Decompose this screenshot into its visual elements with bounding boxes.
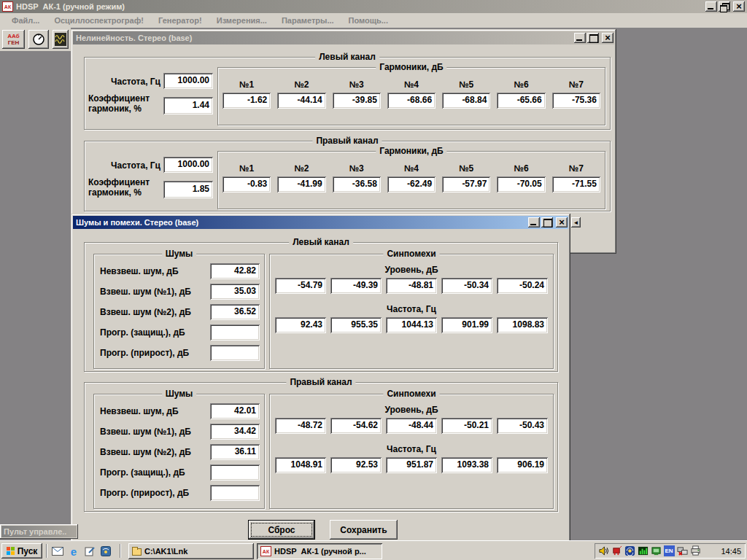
menu-item[interactable]: Измерения...	[209, 16, 274, 25]
menu-item[interactable]: Генератор!	[151, 16, 209, 25]
quicklaunch-mail-button[interactable]	[51, 545, 64, 558]
menu-item[interactable]: Файл...	[4, 16, 47, 25]
sync-interference-group: Синпомехи Уровень, дБ -54.79-49.39-48.81…	[269, 254, 554, 369]
menu-item[interactable]: Параметры...	[274, 16, 341, 25]
noise-value-field[interactable]	[210, 464, 260, 481]
sync-level-field[interactable]: -48.81	[386, 278, 437, 294]
noise-window-titlebar[interactable]: Шумы и помехи. Стерео (base) ×	[73, 216, 568, 229]
network-traffic-icon[interactable]	[637, 545, 649, 557]
taskbar-item-hdsp[interactable]: АК HDSP АК-1 (ручной р...	[257, 543, 382, 559]
harmonic-field[interactable]: -68.84	[442, 93, 490, 109]
sync-frequency-field[interactable]: 906.19	[497, 457, 548, 473]
sync-frequency-field[interactable]: 1044.13	[386, 317, 437, 333]
quicklaunch-ie-button[interactable]: e	[67, 545, 80, 558]
meter-toolbar-button[interactable]	[28, 30, 49, 49]
generator-toolbar-button[interactable]: ААб ГЕН	[2, 30, 25, 49]
oscilloscope-toolbar-button[interactable]	[53, 30, 69, 49]
harmonic-column: №1 -1.62	[222, 79, 271, 109]
sync-level-field[interactable]: -54.62	[330, 418, 382, 434]
noise-value-field[interactable]: 42.82	[210, 263, 260, 279]
noise-value-field[interactable]: 35.03	[210, 284, 260, 300]
noise-value-field[interactable]: 34.42	[210, 424, 260, 440]
harmonic-field[interactable]: -57.97	[442, 176, 490, 192]
sync-frequency-field[interactable]: 951.87	[386, 457, 437, 473]
sync-level-field[interactable]: -50.21	[441, 418, 492, 434]
beacon-icon[interactable]	[624, 545, 635, 557]
close-button[interactable]: ×	[602, 33, 614, 43]
control-panel-window-title: Пульт управле..	[1, 526, 77, 537]
harmonic-field[interactable]: -75.36	[552, 93, 600, 109]
harmonic-field[interactable]: -44.14	[277, 93, 325, 109]
menu-item[interactable]: Осциллоспектрограф!	[47, 16, 151, 25]
restore-button[interactable]	[719, 1, 730, 12]
sync-level-field[interactable]: -48.72	[275, 418, 326, 434]
volume-icon[interactable]	[597, 545, 609, 557]
harmonic-field[interactable]: -70.05	[497, 176, 545, 192]
start-button[interactable]: Пуск	[1, 543, 42, 559]
clock[interactable]: 14:45	[721, 547, 741, 556]
sync-frequency-field[interactable]: 901.99	[441, 317, 492, 333]
frequency-field[interactable]: 1000.00	[163, 157, 213, 173]
harmonic-field[interactable]: -1.62	[222, 93, 271, 109]
monitor-status-icon[interactable]	[650, 545, 662, 557]
scroll-left-arrow[interactable]: ◄	[571, 217, 581, 228]
noise-value-field[interactable]	[210, 485, 260, 501]
sync-level-field[interactable]: -49.39	[330, 278, 382, 294]
close-button[interactable]: ×	[556, 217, 568, 228]
noise-value-field[interactable]: 36.11	[210, 444, 260, 460]
sync-frequency-field[interactable]: 1098.83	[497, 317, 548, 333]
minimize-button[interactable]	[705, 1, 717, 12]
minimize-button[interactable]	[528, 217, 540, 228]
sync-level-field[interactable]: -50.34	[441, 278, 492, 294]
noise-value-field[interactable]: 36.52	[210, 304, 260, 320]
language-indicator[interactable]: EN	[663, 545, 675, 557]
harmonic-field[interactable]: -68.66	[387, 93, 436, 109]
frequency-field[interactable]: 1000.00	[163, 73, 213, 89]
taskbar-item-folder[interactable]: C:\AK1\Lnk	[128, 543, 254, 559]
menu-item[interactable]: Помощь...	[341, 16, 395, 25]
save-button[interactable]: Сохранить	[330, 520, 398, 540]
sync-level-field[interactable]: -54.79	[275, 278, 326, 294]
harmonic-field[interactable]: -71.55	[552, 176, 600, 192]
menu-bar: Файл...Осциллоспектрограф!Генератор!Изме…	[0, 13, 747, 28]
noise-value-field[interactable]	[210, 324, 260, 341]
network-disconnected-icon[interactable]	[676, 545, 688, 557]
harmonic-field[interactable]: -0.83	[222, 176, 271, 192]
harmonic-field[interactable]: -39.85	[333, 93, 381, 109]
quicklaunch-channels-button[interactable]	[99, 545, 112, 558]
sync-level-field[interactable]: -48.44	[386, 418, 437, 434]
sync-frequency-field[interactable]: 92.53	[330, 457, 382, 473]
harmonic-header: №2	[294, 163, 309, 174]
frequency-label: Частота, Гц	[270, 444, 553, 454]
sync-frequency-field[interactable]: 92.43	[275, 317, 326, 333]
sync-level-field[interactable]: -50.24	[497, 278, 548, 294]
printer-icon[interactable]	[689, 545, 701, 557]
quicklaunch-show-desktop-button[interactable]	[83, 545, 96, 558]
noise-value-field[interactable]	[210, 345, 260, 361]
sync-frequency-field[interactable]: 1093.38	[441, 457, 492, 473]
thd-field[interactable]: 1.44	[163, 97, 213, 114]
nonlinearity-window-titlebar[interactable]: Нелинейность. Стерео (base) ×	[73, 31, 614, 44]
noise-value-field[interactable]: 42.01	[210, 403, 260, 419]
sync-frequency-field[interactable]: 1048.91	[275, 457, 326, 473]
sync-frequency-field[interactable]: 955.35	[330, 317, 382, 333]
reset-button[interactable]: Сброс	[248, 520, 315, 540]
thd-field[interactable]: 1.85	[163, 181, 213, 198]
harmonic-field[interactable]: -62.49	[387, 176, 436, 192]
maximize-button[interactable]	[541, 217, 553, 228]
harmonic-column: №3 -36.58	[333, 163, 381, 192]
control-panel-window[interactable]: Пульт управле..	[0, 524, 78, 539]
noise-row-label: Взвеш. шум (№2), дБ	[100, 447, 210, 457]
main-window-titlebar[interactable]: АК HDSP АК-1 (ручной режим) ×	[0, 0, 747, 13]
sync-level-field[interactable]: -50.43	[497, 418, 548, 434]
harmonic-field[interactable]: -36.58	[333, 176, 381, 192]
close-button[interactable]: ×	[733, 1, 745, 12]
device-status-icon[interactable]	[611, 545, 622, 557]
minimize-button[interactable]	[574, 33, 586, 43]
harmonic-field[interactable]: -65.66	[497, 93, 545, 109]
noise-row: Невзвеш. шум, дБ 42.01	[94, 401, 264, 421]
harmonic-field[interactable]: -41.99	[277, 176, 325, 192]
left-channel-group: Левый канал Частота, Гц 1000.00 Коэффици…	[84, 57, 611, 130]
maximize-button[interactable]	[587, 33, 599, 43]
right-channel-group: Правый канал Частота, Гц 1000.00 Коэффиц…	[84, 141, 611, 211]
